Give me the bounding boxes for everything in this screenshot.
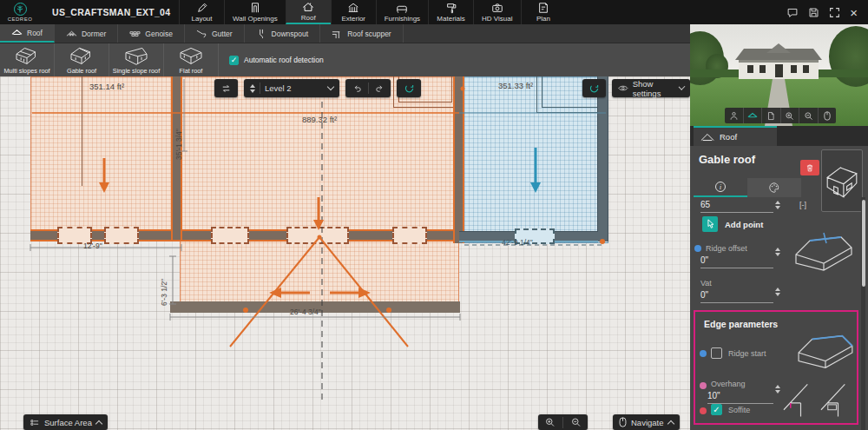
single-slope-roof-button[interactable]: Single slope roof xyxy=(109,43,164,76)
subtab-genoise[interactable]: Genoise xyxy=(118,24,185,43)
vertex-handle[interactable] xyxy=(461,87,465,91)
snapshot-button[interactable] xyxy=(762,108,781,123)
palette-icon xyxy=(768,182,780,194)
tab-label: Materials xyxy=(437,15,464,23)
ridge-offset-stepper[interactable] xyxy=(775,248,780,256)
slope-value[interactable]: 65 xyxy=(700,200,710,209)
swap-level-button[interactable] xyxy=(214,79,238,97)
zoom-out-button[interactable] xyxy=(799,108,819,123)
vertex-handle[interactable] xyxy=(318,235,322,240)
level-selector[interactable]: Level 2 xyxy=(244,79,339,97)
ridge-offset-value[interactable]: 0" xyxy=(700,255,708,265)
delete-roof-button[interactable] xyxy=(800,160,819,175)
3d-preview[interactable] xyxy=(690,24,868,126)
vertex-handle[interactable] xyxy=(600,239,605,244)
flat-roof-button[interactable]: Flat roof xyxy=(164,43,219,76)
level-stepper[interactable] xyxy=(250,84,255,93)
chevron-up-icon xyxy=(95,420,102,427)
multi-slopes-roof-button[interactable]: Multi slopes roof xyxy=(0,43,55,76)
dimension-label: 12'-9" xyxy=(83,241,102,250)
regenerate-roof-button-blue[interactable] xyxy=(582,79,606,97)
overhang-value[interactable]: 10" xyxy=(707,391,720,400)
zoom-in-icon[interactable] xyxy=(544,417,556,427)
vat-stepper[interactable] xyxy=(775,288,780,296)
redo-icon[interactable] xyxy=(374,83,385,93)
downspout-icon xyxy=(256,29,267,39)
overhang-dot xyxy=(700,382,707,389)
project-title: US_CRAFTSMAN_EXT_04 xyxy=(40,0,179,24)
vat-label: Vat xyxy=(700,279,712,288)
close-icon[interactable]: × xyxy=(850,6,858,19)
subtab-label: Dormer xyxy=(82,30,106,38)
fullscreen-icon[interactable] xyxy=(829,7,840,18)
slope-unit-toggle[interactable]: [-] xyxy=(799,201,806,209)
zoom-in-icon xyxy=(785,111,794,121)
subtab-gutter[interactable]: Gutter xyxy=(185,24,245,43)
subtab-roof-scupper[interactable]: Roof scupper xyxy=(320,24,404,43)
tab-materials[interactable]: Materials xyxy=(428,0,473,24)
auto-roof-detection: ✓ Automatic roof detection xyxy=(219,43,334,76)
tab-exterior[interactable]: Exterior xyxy=(331,0,376,24)
comment-icon[interactable] xyxy=(786,7,799,18)
subtab-dormer[interactable]: Dormer xyxy=(55,24,118,43)
paint-roller-icon xyxy=(445,2,457,14)
tool-label: Multi slopes roof xyxy=(3,67,49,75)
zoom-out-icon[interactable] xyxy=(570,417,582,427)
roof-view-button[interactable] xyxy=(744,108,763,123)
vertex-handle[interactable] xyxy=(386,308,391,313)
add-point-button[interactable]: Add point xyxy=(702,216,763,232)
plan-canvas[interactable]: 351.14 ft² 889.32 ft² 351.33 ft² 35'-1 3… xyxy=(0,76,690,430)
dimension-label: 6'-3 1/2" xyxy=(160,257,168,306)
zoom-in-button[interactable] xyxy=(781,108,800,123)
slope-stepper[interactable] xyxy=(775,201,780,209)
panel-tab-label: Roof xyxy=(720,132,737,142)
roof-icon xyxy=(302,1,314,13)
navigate-button[interactable]: Navigate xyxy=(613,414,680,430)
ridge-start-label: Ridge start xyxy=(728,349,766,358)
tab-furnishings[interactable]: Furnishings xyxy=(376,0,428,24)
flat-roof-icon xyxy=(177,45,205,66)
ridge-offset-underline xyxy=(700,268,773,268)
subtab-downspout[interactable]: Downspout xyxy=(245,24,321,43)
eye-icon xyxy=(618,83,628,93)
undo-icon[interactable] xyxy=(352,83,363,93)
navigate-mode-button[interactable] xyxy=(819,108,837,123)
overhang-stepper[interactable] xyxy=(775,385,780,394)
vat-value[interactable]: 0" xyxy=(700,290,708,300)
tab-materials[interactable] xyxy=(747,178,801,197)
show-settings-button[interactable]: Show settings xyxy=(612,79,690,97)
tab-label: Exterior xyxy=(341,15,365,23)
gable-roof-button[interactable]: Gable roof xyxy=(55,43,109,76)
ridge-start-checkbox[interactable] xyxy=(711,347,722,359)
ridge-offset-dot xyxy=(694,245,701,252)
tab-roof[interactable]: Roof xyxy=(286,0,331,24)
tab-layout[interactable]: Layout xyxy=(179,0,224,24)
mouse-icon xyxy=(824,111,831,121)
person-icon xyxy=(729,111,739,121)
tab-wall-openings[interactable]: Wall Openings xyxy=(224,0,286,24)
roof-icon xyxy=(11,28,23,38)
surface-area-button[interactable]: Surface Area xyxy=(23,414,108,430)
zoom-controls xyxy=(538,414,588,430)
ridge-start-dot xyxy=(700,350,707,357)
panel-scrollbar[interactable] xyxy=(861,197,865,430)
walkthrough-button[interactable] xyxy=(725,108,744,123)
save-icon[interactable] xyxy=(808,7,819,18)
slope-arrow-right-head xyxy=(358,288,371,298)
dimension-label: 26'-4 3/4" xyxy=(290,308,321,316)
tab-hd-visual[interactable]: HD Visual xyxy=(473,0,520,24)
soffit-checkbox[interactable]: ✓ xyxy=(711,404,722,415)
info-icon: i xyxy=(715,182,726,192)
roof-icon xyxy=(700,132,714,142)
chevron-up-icon xyxy=(667,420,674,427)
tab-plan[interactable]: Plan xyxy=(521,0,566,24)
navigate-label: Navigate xyxy=(631,418,664,427)
subtab-roof[interactable]: Roof xyxy=(0,24,55,43)
vertex-handle[interactable] xyxy=(243,308,248,313)
auto-roof-detection-checkbox[interactable]: ✓ xyxy=(229,56,239,65)
single-slope-roof-icon xyxy=(122,45,150,66)
panel-tab-roof[interactable]: Roof xyxy=(694,126,777,146)
scrollbar-thumb[interactable] xyxy=(862,200,865,287)
regenerate-roof-button[interactable] xyxy=(397,79,421,97)
tab-parameters[interactable]: i xyxy=(694,178,747,197)
